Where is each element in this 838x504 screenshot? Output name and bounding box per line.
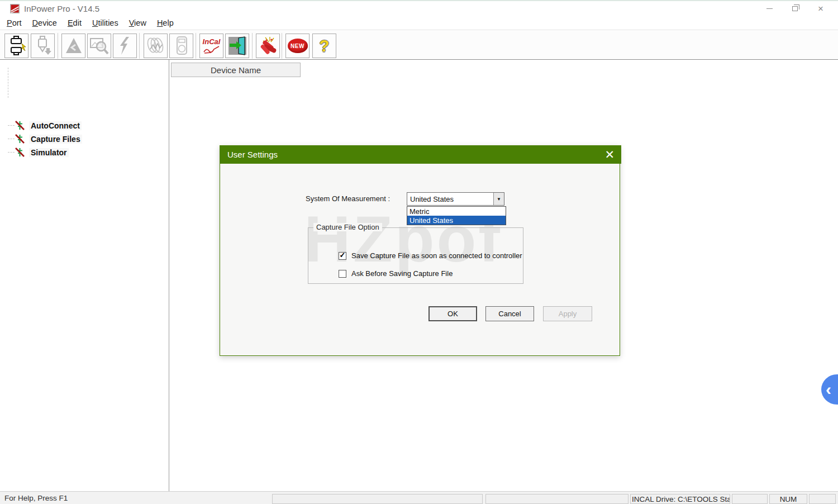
menu-device[interactable]: Device [32, 18, 57, 27]
capture-file-option-group: Capture File Option ✓ Save Capture File … [308, 227, 523, 284]
chevron-down-icon: ▼ [497, 197, 501, 202]
status-incal-text: INCAL Drive: C:\ETOOLS Status: Err [631, 495, 730, 503]
dialog-title: User Settings [227, 150, 278, 159]
tree-item-autoconnect[interactable]: AutoConnect [0, 119, 82, 132]
tree-guide-line [8, 139, 15, 139]
menu-edit[interactable]: Edit [68, 18, 82, 27]
new-icon: NEW [288, 39, 308, 53]
dynamite-button[interactable] [256, 34, 280, 58]
app-window: InPower Pro - V14.5 × Port Device Edit U… [0, 0, 838, 504]
tree-item-label: AutoConnect [29, 121, 82, 130]
help-icon: ? [319, 37, 329, 54]
monitor-button[interactable] [113, 34, 137, 58]
toolbar-separator [139, 33, 140, 59]
toolbar: InCal [0, 31, 838, 60]
toolbar-separator [282, 33, 282, 59]
status-pane [485, 494, 628, 504]
dropdown-option-metric[interactable]: Metric [407, 207, 506, 216]
app-logo-icon [10, 4, 20, 13]
meter-button[interactable] [169, 34, 193, 58]
menu-help[interactable]: Help [157, 18, 174, 27]
minimize-icon [766, 8, 773, 9]
disconnect-download-icon [34, 36, 53, 56]
save-capture-checkbox-row[interactable]: ✓ Save Capture File as soon as connected… [339, 251, 522, 260]
window-controls: × [756, 1, 834, 16]
exit-button[interactable] [225, 34, 249, 58]
measurement-combobox[interactable]: United States ▼ [407, 192, 504, 206]
combobox-value: United States [410, 195, 493, 203]
lightning-icon [117, 36, 134, 55]
toolbar-separator [252, 33, 253, 59]
tree-guide-line [8, 152, 15, 153]
connect-button[interactable] [4, 34, 28, 58]
disconnected-plug-icon [15, 134, 25, 144]
checkbox-label: Save Capture File as soon as connected t… [351, 251, 522, 260]
disconnected-plug-icon [15, 120, 25, 131]
device-tree-panel: AutoConnect Capture Files Simulator [0, 60, 169, 491]
window-title: InPower Pro - V14.5 [24, 4, 99, 13]
disconnected-plug-icon [15, 147, 25, 158]
ok-button[interactable]: OK [428, 306, 477, 321]
chevron-left-icon: ‹ [826, 381, 831, 398]
tree-item-capture-files[interactable]: Capture Files [0, 132, 82, 145]
measurement-label: System Of Measurement : [287, 194, 390, 203]
dialog-titlebar[interactable]: User Settings ✕ [220, 145, 621, 164]
help-button[interactable]: ? [312, 34, 336, 58]
status-help-text: For Help, Press F1 [4, 494, 68, 502]
multimeter-icon [173, 36, 191, 56]
delta-back-button[interactable] [61, 34, 85, 58]
user-settings-dialog: User Settings ✕ HZpof System Of Measurem… [220, 145, 620, 356]
status-num-indicator: NUM [769, 494, 807, 504]
tree-guide-line [8, 68, 8, 98]
menu-port[interactable]: Port [7, 18, 22, 27]
checkbox-label: Ask Before Saving Capture File [351, 269, 453, 278]
dynamite-icon [258, 35, 279, 56]
dialog-close-icon[interactable]: ✕ [604, 149, 615, 160]
statusbar: For Help, Press F1 INCAL Drive: C:\ETOOL… [0, 491, 838, 504]
menu-utilities[interactable]: Utilities [92, 18, 118, 27]
menubar: Port Device Edit Utilities View Help [0, 16, 838, 30]
dropdown-option-united-states[interactable]: United States [407, 216, 506, 225]
measurement-dropdown-list: Metric United States [407, 206, 506, 225]
combobox-dropdown-button[interactable]: ▼ [493, 193, 504, 205]
menu-view[interactable]: View [129, 18, 146, 27]
cancel-button[interactable]: Cancel [485, 306, 534, 321]
status-incal-pane: INCAL Drive: C:\ETOOLS Status: Err [630, 494, 730, 504]
delta-back-icon [64, 36, 83, 55]
close-icon: × [818, 4, 823, 13]
incal-icon: InCal [202, 38, 221, 54]
minimize-button[interactable] [756, 1, 782, 16]
ask-before-saving-checkbox-row[interactable]: ✓ Ask Before Saving Capture File [339, 269, 453, 278]
capture-button[interactable] [144, 34, 168, 58]
apply-button[interactable]: Apply [543, 306, 592, 321]
tree-item-label: Capture Files [29, 135, 82, 144]
tree-item-label: Simulator [29, 148, 69, 157]
coil-capture-icon [146, 36, 166, 56]
toolbar-separator [196, 33, 196, 59]
connect-icon [7, 36, 26, 56]
preview-icon [89, 36, 109, 56]
tree-guide-line [8, 125, 15, 126]
ask-before-saving-checkbox[interactable]: ✓ [339, 270, 346, 278]
device-name-column-header[interactable]: Device Name [171, 63, 301, 77]
window-titlebar: InPower Pro - V14.5 × [0, 1, 838, 16]
restore-icon [792, 6, 798, 11]
restore-button[interactable] [782, 1, 808, 16]
status-pane [732, 494, 768, 504]
exit-icon [227, 35, 248, 56]
status-pane [272, 494, 483, 504]
save-capture-checkbox[interactable]: ✓ [339, 252, 346, 260]
group-label: Capture File Option [313, 223, 382, 231]
whats-new-button[interactable]: NEW [285, 34, 310, 58]
toolbar-separator [58, 33, 58, 59]
preview-button[interactable] [87, 34, 111, 58]
checkmark-icon: ✓ [340, 251, 346, 259]
status-pane [809, 494, 836, 504]
tree-item-simulator[interactable]: Simulator [0, 146, 69, 159]
close-button[interactable]: × [808, 1, 834, 16]
incal-button[interactable]: InCal [199, 34, 223, 58]
disconnect-download-button[interactable] [31, 34, 55, 58]
